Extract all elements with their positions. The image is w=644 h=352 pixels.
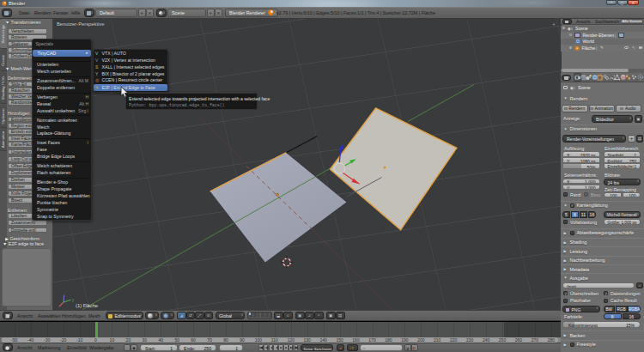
svg-text:y: y	[72, 298, 75, 302]
